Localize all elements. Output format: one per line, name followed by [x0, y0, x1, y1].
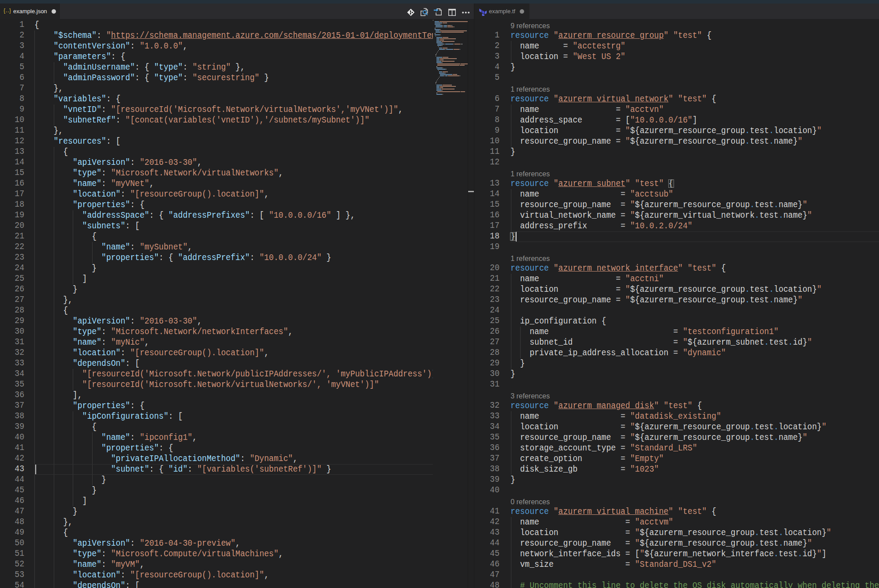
- svg-text:{..}: {..}: [4, 7, 11, 14]
